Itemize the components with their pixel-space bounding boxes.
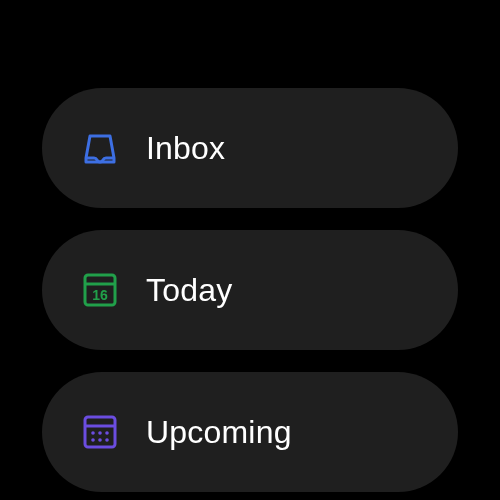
svg-point-8 [91, 438, 95, 442]
menu-item-inbox[interactable]: Inbox [42, 88, 458, 208]
menu-item-label: Upcoming [146, 414, 292, 451]
svg-point-7 [105, 431, 109, 435]
menu-item-label: Inbox [146, 130, 225, 167]
svg-point-5 [91, 431, 95, 435]
svg-text:16: 16 [92, 287, 108, 303]
menu-item-today[interactable]: 16 Today [42, 230, 458, 350]
svg-point-9 [98, 438, 102, 442]
menu-item-upcoming[interactable]: Upcoming [42, 372, 458, 492]
svg-point-10 [105, 438, 109, 442]
svg-point-6 [98, 431, 102, 435]
menu-item-label: Today [146, 272, 232, 309]
calendar-today-icon: 16 [80, 270, 120, 310]
calendar-upcoming-icon [80, 412, 120, 452]
inbox-icon [80, 128, 120, 168]
